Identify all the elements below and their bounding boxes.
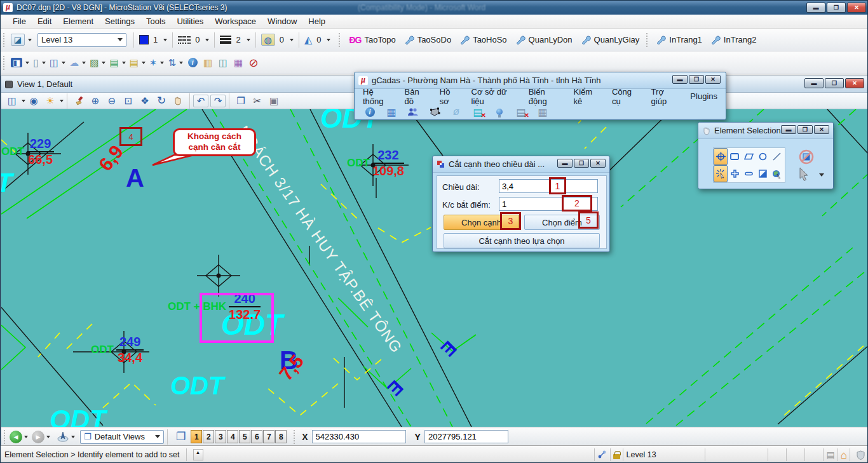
active-color-button[interactable]: 1 bbox=[137, 32, 169, 48]
es-close-button[interactable]: ✕ bbox=[814, 125, 829, 134]
gcadas-menu-tro-giup[interactable]: Trợ giúp bbox=[646, 86, 685, 107]
element-information-button[interactable]: i bbox=[185, 55, 200, 70]
plugin-taohoso-button[interactable]: TaoHoSo bbox=[456, 32, 511, 48]
select-circle-button[interactable] bbox=[756, 148, 770, 165]
forward-button[interactable]: ▶ bbox=[32, 431, 44, 443]
disable-handles-button[interactable] bbox=[799, 149, 814, 166]
new-file-button[interactable]: ▯ bbox=[31, 55, 48, 70]
dialog-restore-button[interactable]: ❐ bbox=[574, 159, 589, 168]
gcadas-restore-button[interactable]: ❐ bbox=[689, 75, 704, 84]
display-style-button[interactable]: ◉ bbox=[25, 94, 42, 108]
cut-edge-button[interactable]: Cắt cạnh theo lựa chọn bbox=[444, 233, 600, 248]
select-add-button[interactable] bbox=[728, 165, 742, 182]
active-template-button[interactable]: ◪ bbox=[9, 32, 34, 48]
gcadas-layers-remove-button[interactable]: ▤✕ bbox=[471, 106, 484, 117]
menu-utilities[interactable]: Utilities bbox=[171, 15, 209, 27]
restore-button[interactable]: ❐ bbox=[827, 3, 846, 13]
select-block-button[interactable] bbox=[728, 148, 742, 165]
toggle-snaps-button[interactable]: ⊘ bbox=[246, 55, 261, 70]
select-smart-button[interactable] bbox=[714, 165, 728, 182]
es-restore-button[interactable]: ❐ bbox=[797, 125, 813, 134]
active-class-button[interactable]: ◍ 0 bbox=[259, 32, 295, 48]
toolbar-grip[interactable] bbox=[3, 33, 6, 47]
view-toggle-1[interactable]: 1 bbox=[191, 430, 202, 443]
view-toggle-5[interactable]: 5 bbox=[239, 430, 250, 443]
menu-settings[interactable]: Settings bbox=[99, 15, 140, 27]
gcadas-bulb-button[interactable] bbox=[493, 106, 506, 117]
length-input[interactable] bbox=[499, 179, 598, 193]
message-center-toggle[interactable]: ▲ bbox=[193, 449, 203, 460]
gcadas-minimize-button[interactable]: ▬ bbox=[672, 75, 688, 84]
point-cloud-button[interactable]: ☁ bbox=[67, 55, 88, 70]
select-subtract-button[interactable] bbox=[742, 165, 756, 182]
references-button[interactable]: ◫ bbox=[48, 55, 67, 70]
gcadas-menu-he-thong[interactable]: Hệ thống bbox=[357, 86, 399, 107]
dialog-close-button[interactable]: ✕ bbox=[590, 159, 606, 168]
plugin-intrang2-button[interactable]: InTrang2 bbox=[707, 32, 761, 48]
minimize-button[interactable]: ▬ bbox=[806, 3, 825, 13]
design-history-icon[interactable]: ⌂ bbox=[841, 450, 847, 460]
select-all-button[interactable] bbox=[770, 165, 783, 182]
view-minimize-button[interactable]: ▬ bbox=[804, 78, 824, 88]
gcadas-menu-bien-dong[interactable]: Biến động bbox=[523, 86, 568, 107]
zoom-out-button[interactable]: ⊖ bbox=[104, 94, 120, 108]
view-close-button[interactable]: ✕ bbox=[845, 78, 864, 88]
gcadas-menu-ban-do[interactable]: Bản đồ bbox=[399, 86, 434, 107]
selection-set-icon[interactable]: ▤ bbox=[826, 450, 834, 459]
view-toggle-2[interactable]: 2 bbox=[203, 430, 214, 443]
view-restore-button[interactable]: ❐ bbox=[825, 78, 844, 88]
gcadas-menu-plugins[interactable]: Plugins bbox=[684, 90, 723, 102]
select-shape-button[interactable] bbox=[742, 148, 756, 165]
plugin-quanlydon-button[interactable]: QuanLyDon bbox=[512, 32, 577, 48]
gcadas-menu-kiem-ke[interactable]: Kiểm kê bbox=[568, 86, 606, 107]
menu-file[interactable]: File bbox=[7, 15, 32, 27]
plugin-taotopo-button[interactable]: ĐG TaoTopo bbox=[344, 32, 400, 48]
back-button[interactable]: ◀ bbox=[10, 431, 22, 443]
view-rotation-button[interactable] bbox=[57, 431, 69, 443]
fit-view-button[interactable]: ❖ bbox=[137, 94, 153, 108]
view-groups-icon[interactable]: ❐ bbox=[176, 431, 186, 442]
view-attributes-button[interactable]: ◫ bbox=[4, 94, 20, 108]
explorer-button[interactable]: ▥ bbox=[200, 55, 215, 70]
y-coordinate-input[interactable] bbox=[424, 430, 508, 443]
snap-mode-icon[interactable] bbox=[597, 450, 607, 460]
menu-element[interactable]: Element bbox=[57, 15, 99, 27]
gcadas-menu-ho-so[interactable]: Hồ sơ bbox=[434, 86, 466, 107]
select-replace-button[interactable] bbox=[756, 165, 770, 182]
zoom-in-button[interactable]: ⊕ bbox=[87, 94, 104, 108]
view-toggle-6[interactable]: 6 bbox=[251, 430, 262, 443]
menu-window[interactable]: Window bbox=[262, 15, 302, 27]
plugin-intrang1-button[interactable]: InTrang1 bbox=[652, 32, 707, 48]
plugin-taosodo-button[interactable]: TaoSoDo bbox=[400, 32, 456, 48]
adjust-brightness-button[interactable]: ☀ bbox=[42, 94, 58, 108]
view-toggle-7[interactable]: 7 bbox=[263, 430, 275, 443]
active-line-style-button[interactable]: 0 bbox=[176, 32, 211, 48]
saved-views-combo[interactable]: ❐ Default Views bbox=[80, 430, 164, 444]
accudraw-button[interactable]: ▦ bbox=[231, 55, 246, 70]
toolbar-grip[interactable] bbox=[3, 56, 6, 70]
gcadas-hide-button[interactable]: ø bbox=[450, 106, 463, 117]
gcadas-table-button[interactable]: ▦ bbox=[385, 106, 398, 117]
view-toggle-4[interactable]: 4 bbox=[227, 430, 238, 443]
view-toggle-8[interactable]: 8 bbox=[275, 430, 287, 443]
saved-views-button[interactable]: ▤ bbox=[107, 55, 127, 70]
active-level-status[interactable]: Level 13 bbox=[626, 450, 702, 459]
gcadas-info-button[interactable]: i bbox=[363, 106, 376, 117]
exchange-button[interactable]: ⇅ bbox=[166, 55, 185, 70]
zoom-tools-button[interactable]: ✶ bbox=[147, 55, 166, 70]
locks-icon[interactable] bbox=[613, 454, 620, 459]
close-button[interactable]: ✕ bbox=[847, 3, 866, 13]
toolbar-grip[interactable] bbox=[4, 430, 7, 444]
update-view-button[interactable] bbox=[71, 94, 87, 108]
menu-help[interactable]: Help bbox=[302, 15, 331, 27]
active-line-weight-button[interactable]: 2 bbox=[218, 32, 252, 48]
rotate-view-button[interactable]: ↻ bbox=[153, 94, 170, 108]
gcadas-polygon-button[interactable] bbox=[428, 106, 441, 117]
raster-manager-button[interactable]: ▨ bbox=[88, 55, 107, 70]
project-explorer-button[interactable]: ◫ bbox=[215, 55, 231, 70]
select-line-button[interactable] bbox=[770, 148, 783, 165]
pan-view-button[interactable] bbox=[170, 94, 186, 108]
gcadas-close-button[interactable]: ✕ bbox=[705, 75, 721, 84]
menu-workspace[interactable]: Workspace bbox=[209, 15, 262, 27]
plugin-quanlygiay-button[interactable]: QuanLyGiay bbox=[577, 32, 644, 48]
